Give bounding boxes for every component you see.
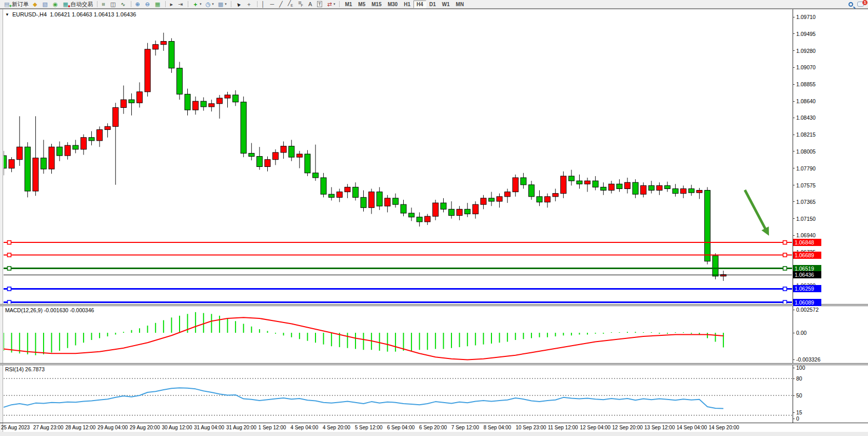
horizontal-line-button[interactable]: ─ [268,1,277,8]
candle-up [481,198,486,204]
periods-button[interactable]: ◷▾ [204,1,215,8]
time-axis-label: 8 Sep 04:00 [484,425,511,430]
zoom-out-button[interactable]: ⊖ [144,1,152,8]
profiles-button[interactable]: ▧ [41,1,50,8]
annotation-arrow-head-icon[interactable] [761,226,769,236]
macd-axis-label: 0.002572 [796,307,819,313]
price-tick-dash [793,118,795,118]
tf-button-H1[interactable]: H1 [401,1,413,8]
label-button[interactable]: T [315,1,325,8]
chart-shift-button[interactable]: ⇥ [176,1,185,8]
price-tick-dash [793,135,795,135]
line-handle[interactable] [8,241,11,244]
chart-menu-caret-icon[interactable]: ▼ [5,12,9,17]
new-order-button[interactable]: ▤+新订单 [3,1,30,8]
rsi-axis-label: 50 [796,392,802,399]
vertical-line-button[interactable]: │ [260,1,268,8]
candle-down [441,203,446,209]
candle-down [528,185,534,197]
candle-down [704,191,710,261]
candle-down [521,178,526,185]
candle-up [472,204,478,214]
fibonacci-button[interactable]: ≡F [297,1,306,8]
line-handle[interactable] [8,253,11,257]
autotrade-button[interactable]: ▦●自动交易 [61,1,94,8]
tf-button-MN[interactable]: MN [453,1,467,8]
candle-up [209,104,214,107]
time-axis-label: 25 Aug 2023 [1,425,30,430]
candle-down [465,209,470,214]
candle-up [273,153,279,160]
time-axis-label: 1 Sep 12:00 [259,425,286,430]
tf-button-M15[interactable]: M15 [368,1,384,8]
tf-button-M5[interactable]: M5 [355,1,368,8]
tf-button-H4[interactable]: H4 [413,1,426,8]
candle-up [81,138,86,149]
candle-down [41,158,46,169]
dropdown-caret-icon[interactable]: ▾ [225,2,227,6]
candle-down [449,209,455,215]
chat-button[interactable]: 1 [856,1,865,8]
pane-separator-macd[interactable] [0,304,868,306]
rsi-axis-tick-dash [793,395,795,396]
line-handle[interactable] [8,287,11,291]
zoom-in-button[interactable]: ⊕ [134,1,143,8]
line-handle[interactable] [783,267,787,270]
candle-down [673,188,678,193]
tile-windows-button[interactable]: ▦ [153,1,163,8]
price-axis-label: 1.09710 [796,14,816,20]
search-button[interactable] [847,1,855,8]
chart-canvas[interactable] [0,0,868,436]
tf-button-W1[interactable]: W1 [439,1,453,8]
candle-up [113,107,119,126]
time-axis-divider [0,423,868,423]
line-handle[interactable] [783,253,787,257]
time-axis-label: 30 Aug 12:00 [162,425,192,430]
line-handle[interactable] [8,267,11,270]
annotation-layer [745,190,769,236]
styles-button[interactable]: ◆ [31,1,40,8]
candle-down [305,154,310,173]
macd-layer [4,312,723,360]
indicators-button[interactable]: ＋▾ [191,1,203,8]
time-axis-label: 31 Aug 20:00 [226,425,257,430]
candle-chart-button[interactable]: ◫ [109,1,118,8]
line-handle[interactable] [783,241,787,244]
candle-up [657,185,662,190]
rsi-axis-label: 0 [796,415,799,422]
crosshair-button[interactable]: ＋ [245,1,254,8]
rsi-axis-tick-dash [793,368,795,368]
pane-separator-rsi[interactable] [0,363,868,365]
candle-down [249,153,254,156]
channel-button[interactable]: ╱E [286,1,295,8]
cursor-button[interactable]: ▲ [234,1,244,8]
auto-scroll-button[interactable]: ▸ [168,1,175,8]
candle-down [664,185,670,188]
rsi-axis-label: 80 [796,375,802,382]
candle-up [625,182,630,188]
tf-button-M1[interactable]: M1 [342,1,355,8]
templates-button[interactable]: ▩▾ [216,1,228,8]
tf-button-M30[interactable]: M30 [385,1,401,8]
arrows-button[interactable]: ⇄▾ [326,1,337,8]
bar-chart-button[interactable]: ≡ [100,1,107,8]
price-axis-label: 1.08215 [796,131,816,138]
price-axis-label: 1.09495 [796,31,816,37]
alerts-button[interactable]: ◉ [51,1,61,8]
chat-notification-badge: 1 [862,0,867,5]
line-handle[interactable] [783,287,787,291]
text-button[interactable]: A [307,1,314,8]
annotation-arrow-shaft[interactable] [745,190,765,230]
toolbar-separator [131,1,131,7]
macd-axis-tick-dash [793,359,795,360]
tf-button-D1[interactable]: D1 [426,1,439,8]
dropdown-caret-icon[interactable]: ▾ [200,2,202,6]
trendline-button[interactable]: ╱ [278,1,285,8]
price-level-badge: 1.06848 [793,239,821,246]
candle-up [608,184,614,190]
candle-up [9,160,14,168]
line-chart-button[interactable]: ∿ [119,1,128,8]
dropdown-caret-icon[interactable]: ▾ [333,2,336,6]
time-axis-label: 29 Aug 20:00 [130,425,160,430]
dropdown-caret-icon[interactable]: ▾ [212,2,214,6]
